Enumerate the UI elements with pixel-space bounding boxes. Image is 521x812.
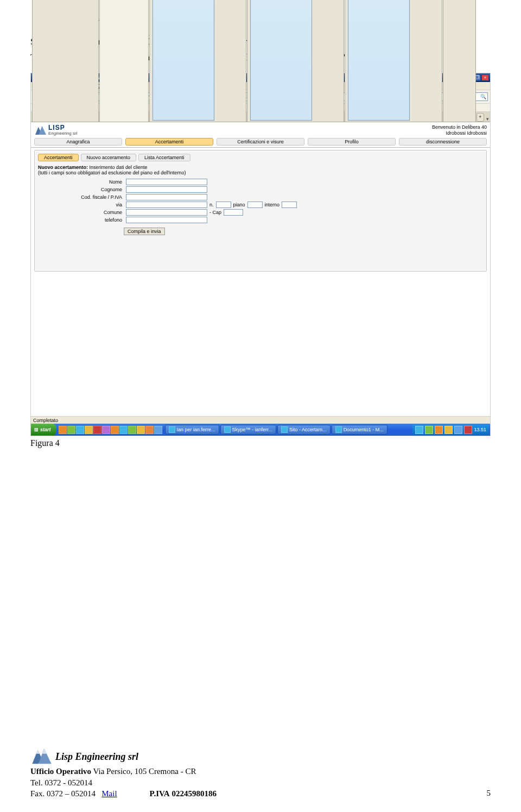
tray-icon[interactable]	[464, 426, 472, 434]
label-telefono: telefono	[38, 217, 124, 223]
taskbar-item-icon	[224, 426, 231, 433]
input-piano[interactable]	[247, 202, 263, 208]
input-interno[interactable]	[282, 202, 297, 208]
ql-icon[interactable]	[76, 426, 84, 434]
tab-strip: Gmail - Posta in arrivo - ianferr@g...×S…	[31, 112, 490, 122]
footer-piva: 02245980186	[171, 789, 217, 798]
tabs-overflow-icon[interactable]: ▾	[486, 116, 489, 122]
main-nav-item[interactable]: Certificazioni e visure	[217, 138, 304, 146]
taskbar-item-label: Sito - Accertam...	[289, 427, 327, 432]
input-via[interactable]	[126, 202, 207, 208]
label-via: via	[38, 202, 124, 207]
ql-icon[interactable]	[119, 426, 128, 434]
windows-flag-icon: ⊞	[34, 427, 39, 432]
ql-icon[interactable]	[145, 426, 154, 434]
logo-line2: Engineering srl	[48, 131, 77, 136]
windows-taskbar: ⊞ start Ian per ian.ferre...Skype™ - ian…	[31, 424, 490, 436]
clock: 13.51	[474, 427, 486, 432]
ql-icon[interactable]	[67, 426, 75, 434]
ql-icon[interactable]	[93, 426, 101, 434]
ql-icon[interactable]	[85, 426, 93, 434]
label-cap: - Cap	[209, 210, 221, 215]
screenshot: Sito - Accertamenti - Mozilla Firefox _ …	[30, 73, 491, 437]
browser-tab[interactable]: Gmail - Posta in arrivo - ianferr@g...×	[32, 0, 99, 122]
close-button[interactable]: ×	[481, 74, 489, 81]
search-icon[interactable]: 🔍	[480, 94, 486, 99]
main-nav-item[interactable]: Anagrafica	[34, 138, 122, 146]
main-nav-item[interactable]: Accertamenti	[125, 138, 213, 146]
browser-tab[interactable]: Sito - Accertamenti×	[99, 0, 149, 122]
browser-tab[interactable]: Istruzioni×	[247, 0, 344, 122]
main-nav-item[interactable]: Profilo	[308, 138, 396, 146]
label-comune: Comune	[38, 210, 124, 215]
ql-icon[interactable]	[137, 426, 145, 434]
browser-tab[interactable]: Istruzioni×	[149, 0, 246, 122]
main-nav-item[interactable]: disconnessione	[399, 138, 487, 146]
ql-icon[interactable]	[128, 426, 136, 434]
page-number: 5	[487, 789, 491, 798]
tray-icon[interactable]	[435, 426, 443, 434]
taskbar-item[interactable]: Documento1 - M...	[332, 425, 387, 435]
footer-company: Lisp Engineering srl	[55, 751, 138, 766]
sub-nav-item[interactable]: Accertamenti	[38, 154, 79, 161]
ql-icon[interactable]	[59, 426, 67, 434]
logo-line1: LISP	[48, 124, 65, 131]
svg-marker-8	[42, 748, 47, 754]
main-nav: AnagraficaAccertamentiCertificazioni e v…	[31, 138, 490, 148]
input-cap[interactable]	[224, 209, 243, 216]
form-title-bold: Nuovo accertamento:	[38, 165, 88, 170]
taskbar-item[interactable]: Sito - Accertam...	[277, 425, 331, 435]
tab-favicon-icon	[348, 0, 410, 121]
welcome-line1: Benvenuto in Delibera 40	[432, 124, 487, 130]
label-n: n.	[209, 202, 214, 207]
new-tab-button[interactable]: +	[476, 113, 484, 122]
submit-button[interactable]: Compila e invia	[124, 228, 165, 235]
input-nome[interactable]	[126, 179, 207, 185]
footer-addr: Via Persico, 105 Cremona - CR	[93, 767, 196, 776]
taskbar-item[interactable]: Ian per ian.ferre...	[165, 425, 219, 435]
mountain-logo-icon	[30, 746, 53, 766]
footer-fax: Fax. 0372 – 052014	[30, 789, 96, 798]
sub-nav: AccertamentiNuovo acceramentoLista Accer…	[38, 154, 483, 161]
label-cognome: Cognome	[38, 187, 124, 192]
taskbar-item-icon	[335, 426, 342, 433]
input-cf[interactable]	[126, 194, 207, 200]
welcome-text: Benvenuto in Delibera 40 Idrobossi Idrob…	[432, 124, 487, 136]
taskbar-item-icon	[281, 426, 288, 433]
input-cognome[interactable]	[126, 186, 207, 193]
label-nome: Nome	[38, 179, 124, 185]
taskbar-item[interactable]: Skype™ - ianferr...	[220, 425, 277, 435]
label-cf: Cod. fiscale / P.IVA	[38, 194, 124, 200]
tray-icon[interactable]	[444, 426, 453, 434]
ql-icon[interactable]	[154, 426, 162, 434]
footer-mail-link[interactable]: Mail	[101, 789, 117, 798]
ql-icon[interactable]	[111, 426, 119, 434]
figure-caption: Figura 4	[30, 438, 491, 448]
browser-tab[interactable]: OVH : guida×	[443, 0, 476, 122]
input-telefono[interactable]	[126, 217, 207, 223]
ql-icon[interactable]	[102, 426, 110, 434]
start-label: start	[40, 427, 51, 432]
tray-icon[interactable]	[415, 426, 423, 434]
webpage-content: LISP Engineering srl Benvenuto in Delibe…	[31, 122, 490, 417]
footer-piva-label: P.IVA	[150, 789, 170, 798]
start-button[interactable]: ⊞ start	[31, 424, 56, 436]
tab-favicon-icon	[250, 0, 312, 121]
welcome-line2: Idrobossi Idrobossi	[446, 130, 487, 136]
sub-nav-item[interactable]: Lista Accertamenti	[138, 154, 190, 161]
input-comune[interactable]	[126, 209, 207, 216]
form-title-sub: (tutti i campi sono obbligatori ad esclu…	[38, 170, 186, 175]
taskbar-item-label: Skype™ - ianferr...	[232, 427, 273, 432]
label-piano: piano	[233, 202, 245, 207]
taskbar-item-label: Ian per ian.ferre...	[177, 427, 215, 432]
footer-addr-label: Ufficio Operativo	[30, 767, 91, 776]
browser-tab[interactable]: Istruzioni×	[345, 0, 442, 122]
tray-icon[interactable]	[454, 426, 462, 434]
input-n[interactable]	[216, 202, 231, 208]
form-title-rest: Inserimento dati del cliente	[90, 165, 148, 170]
sub-nav-item[interactable]: Nuovo acceramento	[81, 154, 137, 161]
label-interno: interno	[265, 202, 280, 207]
firefox-status-bar: Completato	[31, 416, 490, 424]
system-tray: 13.51	[412, 425, 489, 435]
tray-icon[interactable]	[425, 426, 433, 434]
